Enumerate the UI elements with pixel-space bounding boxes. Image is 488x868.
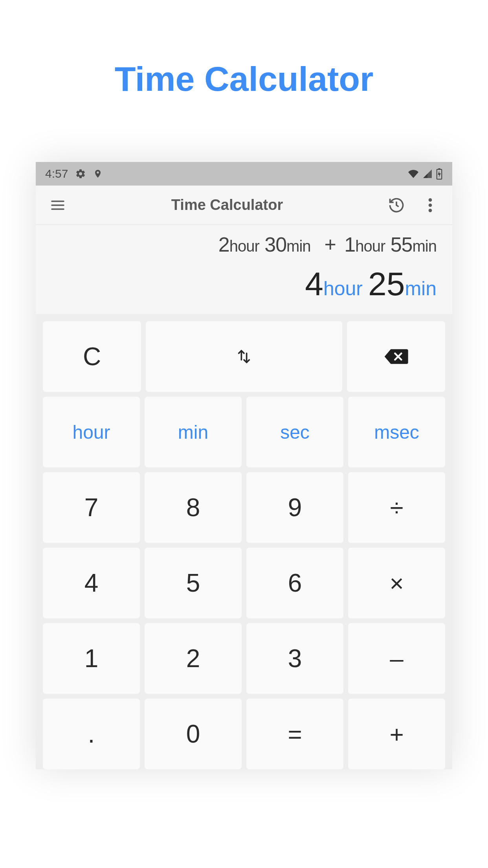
- wifi-icon: [407, 169, 419, 179]
- key-hour[interactable]: hour: [43, 397, 140, 467]
- expression: 2hour 30min + 1hour 55min: [51, 233, 437, 256]
- status-bar: 4:57: [36, 162, 452, 186]
- battery-icon: [436, 168, 443, 180]
- key-divide[interactable]: ÷: [348, 472, 445, 543]
- key-dot[interactable]: .: [43, 699, 140, 769]
- expr-t1-hu: hour: [229, 237, 259, 255]
- keypad: C hour min sec msec 7 8 9: [36, 314, 452, 769]
- key-clear[interactable]: C: [43, 321, 141, 392]
- svg-rect-1: [438, 168, 440, 169]
- app-bar: Time Calculator: [36, 186, 452, 225]
- page-headline: Time Calculator: [0, 0, 488, 162]
- key-6[interactable]: 6: [246, 548, 343, 618]
- svg-point-6: [429, 203, 432, 207]
- result-mu: min: [405, 278, 437, 300]
- device-frame: 4:57 Time Calculator: [36, 162, 452, 769]
- calc-display: 2hour 30min + 1hour 55min 4hour25min: [36, 225, 452, 314]
- app-bar-title: Time Calculator: [69, 197, 385, 213]
- key-backspace[interactable]: [347, 321, 445, 392]
- expr-op: +: [321, 233, 339, 256]
- key-5[interactable]: 5: [145, 548, 242, 618]
- key-4[interactable]: 4: [43, 548, 140, 618]
- key-3[interactable]: 3: [246, 623, 343, 694]
- expr-t1-h: 2: [218, 233, 229, 256]
- result-h: 4: [305, 265, 323, 302]
- history-button[interactable]: [385, 194, 407, 216]
- result-hu: hour: [323, 278, 363, 300]
- key-msec[interactable]: msec: [348, 397, 445, 467]
- location-icon: [93, 168, 103, 180]
- key-9[interactable]: 9: [246, 472, 343, 543]
- key-swap[interactable]: [146, 321, 342, 392]
- key-subtract[interactable]: –: [348, 623, 445, 694]
- status-time: 4:57: [45, 167, 68, 180]
- key-min[interactable]: min: [145, 397, 242, 467]
- key-add[interactable]: +: [348, 699, 445, 769]
- key-2[interactable]: 2: [145, 623, 242, 694]
- key-multiply[interactable]: ×: [348, 548, 445, 618]
- key-7[interactable]: 7: [43, 472, 140, 543]
- expr-t1-mu: min: [286, 237, 310, 255]
- key-sec[interactable]: sec: [246, 397, 343, 467]
- expr-t2-h: 1: [344, 233, 355, 256]
- gear-icon: [75, 168, 86, 179]
- svg-point-5: [429, 198, 432, 202]
- key-0[interactable]: 0: [145, 699, 242, 769]
- menu-button[interactable]: [47, 194, 69, 216]
- svg-point-7: [429, 209, 432, 212]
- signal-icon: [422, 169, 433, 179]
- key-1[interactable]: 1: [43, 623, 140, 694]
- result: 4hour25min: [51, 265, 437, 303]
- key-8[interactable]: 8: [145, 472, 242, 543]
- overflow-button[interactable]: [419, 194, 441, 216]
- expr-t2-mu: min: [413, 237, 437, 255]
- result-m: 25: [368, 265, 405, 302]
- expr-t1-m: 30: [264, 233, 286, 256]
- expr-t2-m: 55: [391, 233, 413, 256]
- expr-t2-hu: hour: [355, 237, 385, 255]
- key-equals[interactable]: =: [246, 699, 343, 769]
